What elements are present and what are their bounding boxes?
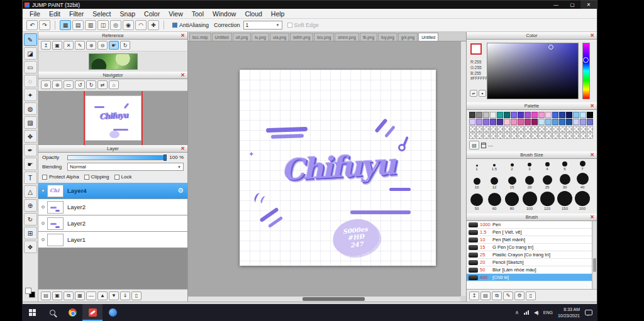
palette-swatch[interactable]	[552, 126, 558, 132]
brush-size-option[interactable]: 25	[538, 173, 556, 189]
duplicate-layer-button[interactable]: ⧉	[64, 291, 74, 300]
language-indicator[interactable]: ENG	[543, 310, 553, 315]
palette-swatch[interactable]	[518, 112, 524, 118]
palette-swatch[interactable]	[476, 126, 482, 132]
checkbox-icon[interactable]	[42, 175, 47, 180]
menu-item[interactable]: Edit	[45, 10, 65, 18]
palette-swatch[interactable]	[559, 126, 565, 132]
palette-swatch[interactable]	[518, 119, 524, 125]
antialiasing-checkbox[interactable]: AntiAliasing	[172, 22, 209, 28]
palette-swatch[interactable]	[545, 119, 552, 125]
palette-swatch[interactable]	[525, 119, 531, 125]
snap-off-button[interactable]: ▦	[60, 20, 71, 30]
palette-swatch[interactable]	[552, 133, 558, 139]
hue-slider[interactable]	[582, 43, 590, 99]
palette-swatch[interactable]	[469, 112, 475, 118]
ref-rotate-button[interactable]: ↻	[120, 41, 130, 50]
document-tab[interactable]: Untitled	[212, 33, 232, 41]
palette-swatch[interactable]	[525, 126, 531, 132]
hue-cursor-icon[interactable]	[583, 57, 589, 63]
brush-size-option[interactable]: 1.5	[486, 161, 503, 171]
palette-swatch[interactable]	[531, 126, 538, 132]
palette-swatch[interactable]	[504, 112, 510, 118]
close-icon[interactable]: ✕	[589, 32, 596, 40]
palette-swatch[interactable]	[566, 112, 572, 118]
menu-item[interactable]: Filter	[65, 10, 88, 18]
brush-size-option[interactable]: 1	[468, 161, 486, 171]
snap-concentric-button[interactable]: ◎	[110, 20, 121, 30]
brush-size-option[interactable]: 60	[486, 191, 503, 210]
close-icon[interactable]: ✕	[589, 102, 596, 110]
divider-icon[interactable]: —	[86, 291, 96, 300]
layer-visibility-icon[interactable]	[42, 189, 45, 192]
document-tab[interactable]: bcc.mdp	[189, 33, 211, 41]
shape-tool[interactable]: △	[24, 185, 37, 198]
layer-visibility-icon[interactable]	[42, 205, 45, 209]
close-icon[interactable]: ✕	[589, 151, 596, 159]
redo-button[interactable]: ↷	[39, 20, 50, 30]
document-tab[interactable]: lu.png	[252, 33, 269, 41]
gear-icon[interactable]: ⚙	[177, 187, 184, 195]
palette-swatch[interactable]	[476, 119, 482, 125]
canvas-horizontal-scrollbar[interactable]	[188, 296, 460, 302]
color-chips[interactable]	[25, 288, 35, 298]
duplicate-brush-button[interactable]: ⧉	[492, 291, 502, 300]
search-button[interactable]	[42, 304, 62, 321]
palette-swatch[interactable]	[511, 119, 517, 125]
ref-zoom-out-button[interactable]: ⊖	[97, 41, 108, 50]
palette-swatch[interactable]	[525, 133, 531, 139]
volume-icon[interactable]: ◀)	[534, 310, 538, 315]
palette-swatch[interactable]	[511, 126, 517, 132]
layer-row[interactable]: Layer1 ⚙	[38, 232, 187, 248]
close-icon[interactable]: ✕	[179, 145, 186, 153]
brush-size-option[interactable]: 200	[574, 191, 591, 210]
bucket-tool[interactable]: ◍	[24, 102, 37, 115]
brush-size-option[interactable]: 150	[556, 191, 574, 210]
checkbox-icon[interactable]	[114, 175, 119, 180]
correction-dropdown[interactable]: 1 ▼	[243, 21, 282, 30]
brush-size-option[interactable]: 4	[538, 161, 556, 171]
brush-item[interactable]: 1.5 Pen [ Viết, vẽ]	[467, 229, 592, 236]
merge-layer-button[interactable]: ⇓	[120, 291, 130, 300]
brush-size-option[interactable]: 5	[556, 161, 574, 171]
canvas-vertical-scrollbar[interactable]	[460, 41, 466, 296]
snap-radial-button[interactable]: ◉	[123, 20, 134, 30]
palette-swatch[interactable]	[573, 112, 579, 118]
nav-flip-button[interactable]: ⇄	[97, 80, 108, 89]
ref-pan-button[interactable]: ☛	[109, 41, 119, 50]
palette-swatch[interactable]	[559, 119, 565, 125]
document-tab[interactable]: uia.png	[270, 33, 289, 41]
palette-swatch[interactable]	[469, 126, 475, 132]
rasterize-layer-button[interactable]: ▦	[75, 291, 85, 300]
open-image-button[interactable]: ▣	[52, 41, 62, 50]
brush-item[interactable]: 25 Plastic Crayon [Co trang trí]	[467, 251, 592, 259]
palette-swatch[interactable]	[587, 119, 593, 125]
layer-row[interactable]: Layer2 ⚙	[38, 215, 187, 232]
brush-item[interactable]: 10 Pen [Nét mảnh]	[467, 236, 592, 244]
palette-swatch[interactable]	[476, 112, 482, 118]
panel-tool[interactable]: ❖	[24, 241, 37, 253]
menu-item[interactable]: File	[25, 10, 45, 18]
palette-swatch[interactable]	[538, 126, 545, 132]
tray-expand-icon[interactable]: ∧	[515, 310, 519, 315]
palette-swatch[interactable]	[580, 126, 586, 132]
palette-swatch[interactable]	[483, 133, 489, 139]
palette-swatch[interactable]	[497, 133, 503, 139]
nav-fit-button[interactable]: ▭	[64, 80, 74, 89]
snap-parallel-button[interactable]: ▤	[72, 20, 84, 30]
layer-visibility-icon[interactable]	[42, 238, 45, 241]
palette-swatch[interactable]	[573, 119, 579, 125]
palette-swatch[interactable]	[525, 112, 531, 118]
menu-item[interactable]: Window	[208, 10, 240, 18]
palette-swatch[interactable]	[504, 126, 510, 132]
rotate-tool[interactable]: ↻	[24, 213, 37, 226]
scrollbar-thumb[interactable]	[593, 258, 596, 272]
opacity-slider[interactable]	[67, 155, 166, 160]
edit-brush-button[interactable]: ✎	[503, 291, 513, 300]
brush-size-option[interactable]: 30	[556, 173, 574, 189]
move-layer-down-button[interactable]: ▼	[109, 291, 119, 300]
eraser-tool[interactable]: ◪	[24, 47, 37, 60]
palette-swatch[interactable]	[587, 133, 593, 139]
zoom-tool[interactable]: ⊕	[24, 199, 37, 212]
drawing-canvas[interactable]: ✦ Chifuyu S000es #HĐ 247	[240, 70, 436, 266]
